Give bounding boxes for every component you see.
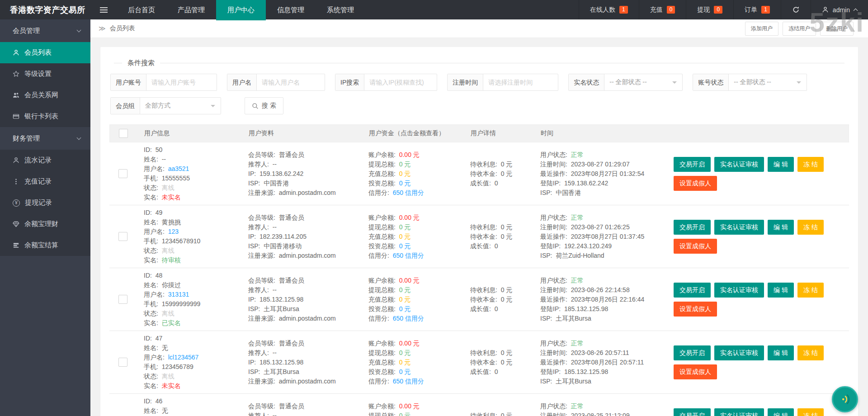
field-value[interactable]: 0 元 [399, 349, 411, 356]
freeze-button[interactable]: 冻 结 [797, 283, 824, 298]
realname-audit-button[interactable]: 实名认证审核 [714, 220, 764, 235]
withdraw-count[interactable]: 提现0 [686, 0, 733, 19]
sidebar-item-flow-records[interactable]: 流水记录 [0, 150, 90, 171]
field-value[interactable]: 0 元 [399, 161, 411, 168]
sidebar-item-yuebao-finance[interactable]: 余额宝理财 [0, 213, 90, 235]
sidebar-item-yuebao-settle[interactable]: 余额宝结算 [0, 235, 90, 256]
nav-item-user-center[interactable]: 用户中心 [216, 0, 266, 19]
field-value[interactable]: 0.00 元 [399, 277, 420, 284]
set-fake-button[interactable]: 设置成假人 [674, 239, 717, 254]
field-value[interactable]: 0 元 [399, 242, 411, 250]
admin-menu[interactable]: admin [811, 0, 868, 19]
field-value[interactable]: 0 元 [399, 170, 411, 177]
add-user-button[interactable]: 添加用户 [745, 22, 778, 36]
sidebar-group-finance[interactable]: 财务管理 [0, 127, 90, 150]
field-label: 提现总额: [368, 412, 399, 416]
field-value[interactable]: 313131 [168, 291, 189, 298]
sidebar-item-recharge-records[interactable]: 充值记录 [0, 171, 90, 192]
field-line: 待收利息: 0 元 [470, 411, 532, 416]
online-count[interactable]: 在线人数1 [579, 0, 639, 19]
sidebar-item-level-settings[interactable]: 等级设置 [0, 63, 90, 85]
freeze-button[interactable]: 冻 结 [797, 345, 824, 360]
realname-audit-button[interactable]: 实名认证审核 [714, 157, 764, 172]
field-value[interactable]: 0 元 [399, 412, 411, 416]
username-search-field[interactable] [257, 74, 325, 90]
field-value[interactable]: 0 元 [399, 223, 411, 231]
field-value[interactable]: 0.00 元 [399, 340, 420, 347]
set-fake-button[interactable]: 设置成假人 [674, 176, 717, 191]
field-value[interactable]: 123 [168, 228, 179, 235]
account-search-field[interactable] [146, 74, 217, 90]
field-value[interactable]: 0 元 [399, 305, 411, 312]
row-checkbox[interactable] [118, 169, 127, 178]
trade-toggle-button[interactable]: 交易开启 [674, 345, 711, 360]
field-value: -- [273, 161, 277, 168]
regtime-search-field[interactable] [483, 74, 558, 90]
recharge-count-label: 充值 [650, 6, 663, 14]
nav-item-system[interactable]: 系统管理 [316, 0, 365, 19]
realname-audit-button[interactable]: 实名认证审核 [714, 408, 764, 416]
field-value[interactable]: lcl1234567 [168, 354, 199, 361]
nav-item-products[interactable]: 产品管理 [166, 0, 216, 19]
edit-button[interactable]: 编 辑 [768, 345, 794, 360]
edit-button[interactable]: 编 辑 [768, 157, 794, 172]
nav-item-info[interactable]: 信息管理 [266, 0, 316, 19]
realname-status-select[interactable]: -- 全部状态 -- [604, 74, 682, 90]
field-value[interactable]: 650 信用分 [393, 378, 424, 385]
field-value[interactable]: 0.00 元 [399, 402, 420, 410]
set-fake-button[interactable]: 设置成假人 [674, 364, 717, 379]
edit-button[interactable]: 编 辑 [768, 408, 794, 416]
field-line: 注册来源: admin.postadm.com [248, 188, 363, 198]
field-line: 待收本金: 0 元 [470, 295, 532, 304]
order-count[interactable]: 订单1 [733, 0, 781, 19]
edit-button[interactable]: 编 辑 [768, 283, 794, 298]
sidebar-item-member-list[interactable]: 会员列表 [0, 42, 90, 63]
refresh-button[interactable] [781, 0, 811, 19]
sidebar-item-bank-cards[interactable]: 银行卡列表 [0, 106, 90, 127]
field-value[interactable]: 0 元 [399, 286, 411, 293]
account-status-select[interactable]: -- 全部状态 -- [729, 74, 807, 90]
field-value[interactable]: 0 元 [399, 180, 411, 187]
freeze-button[interactable]: 冻 结 [797, 220, 824, 235]
search-button[interactable]: 搜 索 [245, 97, 283, 114]
field-value[interactable]: 650 信用分 [393, 189, 424, 196]
sidebar-item-member-network[interactable]: 会员关系网 [0, 85, 90, 106]
row-checkbox[interactable] [118, 232, 127, 241]
field-value[interactable]: 0 元 [399, 359, 411, 366]
member-group-select[interactable]: 全部方式 [140, 98, 221, 114]
field-value[interactable]: 650 信用分 [393, 252, 424, 259]
trade-toggle-button[interactable]: 交易开启 [674, 408, 711, 416]
field-value: 0 [495, 305, 498, 312]
nav-item-home[interactable]: 后台首页 [117, 0, 166, 19]
field-value[interactable]: 0 元 [399, 368, 411, 375]
edit-button[interactable]: 编 辑 [768, 220, 794, 235]
set-fake-button[interactable]: 设置成假人 [674, 302, 717, 317]
trade-toggle-button[interactable]: 交易开启 [674, 283, 711, 298]
ip-search-field[interactable] [364, 74, 437, 90]
freeze-button[interactable]: 冻 结 [797, 157, 824, 172]
realname-audit-button[interactable]: 实名认证审核 [714, 283, 764, 298]
field-value[interactable]: 0 元 [399, 233, 411, 240]
customer-service-button[interactable] [832, 386, 858, 412]
trade-toggle-button[interactable]: 交易开启 [674, 157, 711, 172]
sidebar-item-withdraw-records[interactable]: ¥提现记录 [0, 192, 90, 213]
field-label: 成长值: [470, 180, 495, 187]
sidebar-group-members[interactable]: 会员管理 [0, 19, 90, 42]
delete-user-button[interactable]: 删除用户 [820, 22, 854, 36]
freeze-button[interactable]: 冻 结 [797, 408, 824, 416]
field-value[interactable]: 0.00 元 [399, 214, 420, 221]
select-all-checkbox[interactable] [119, 129, 128, 138]
realname-audit-button[interactable]: 实名认证审核 [714, 345, 764, 360]
hamburger-button[interactable] [90, 0, 117, 19]
freeze-user-button[interactable]: 冻结用户 [783, 22, 816, 36]
row-checkbox[interactable] [118, 358, 127, 367]
recharge-count[interactable]: 充值0 [639, 0, 686, 19]
field-value[interactable]: 0 元 [399, 296, 411, 303]
field-value[interactable]: aa3521 [168, 165, 189, 172]
field-value: 黄挑挑 [162, 218, 181, 226]
field-value[interactable]: 650 信用分 [393, 315, 424, 322]
field-value: 已实名 [162, 319, 181, 326]
row-checkbox[interactable] [118, 295, 127, 304]
trade-toggle-button[interactable]: 交易开启 [674, 220, 711, 235]
field-value[interactable]: 0.00 元 [399, 151, 420, 158]
